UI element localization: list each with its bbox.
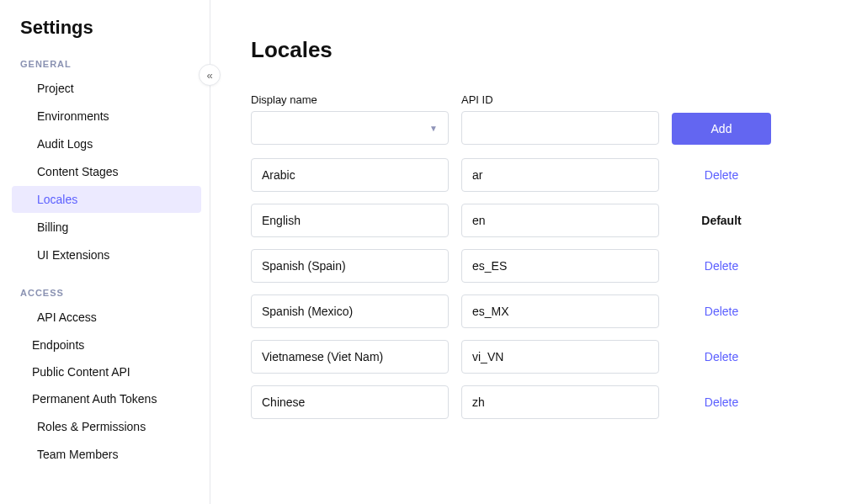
locale-name[interactable]: Arabic — [251, 158, 449, 192]
locale-name[interactable]: Spanish (Mexico) — [251, 294, 449, 328]
locale-name[interactable]: Chinese — [251, 385, 449, 419]
section-label-general: GENERAL — [0, 54, 210, 74]
delete-button[interactable]: Delete — [705, 168, 738, 182]
chevron-down-icon: ▼ — [429, 124, 438, 133]
sidebar-subitem-permanent-auth-tokens[interactable]: Permanent Auth Tokens — [0, 385, 210, 412]
collapse-sidebar-button[interactable]: « — [199, 64, 221, 86]
header-row: Display name ▼ API ID Add — [251, 93, 822, 145]
locale-name[interactable]: Spanish (Spain) — [251, 249, 449, 283]
sidebar-title: Settings — [0, 13, 210, 54]
api-id-label: API ID — [461, 93, 659, 106]
sidebar: Settings « GENERAL Project Environments … — [0, 0, 210, 504]
sidebar-item-team-members[interactable]: Team Members — [12, 441, 201, 468]
sidebar-item-content-stages[interactable]: Content Stages — [12, 158, 201, 185]
locale-row: EnglishenDefault — [251, 204, 822, 237]
locale-id[interactable]: ar — [461, 158, 659, 192]
locale-row: ArabicarDelete — [251, 158, 822, 192]
sidebar-item-api-access[interactable]: API Access — [12, 304, 201, 331]
locale-id[interactable]: zh — [461, 385, 659, 419]
sidebar-item-audit-logs[interactable]: Audit Logs — [12, 130, 201, 157]
locale-name[interactable]: Vietnamese (Viet Nam) — [251, 340, 449, 374]
sidebar-item-environments[interactable]: Environments — [12, 103, 201, 130]
sidebar-item-ui-extensions[interactable]: UI Extensions — [12, 241, 201, 268]
locale-id[interactable]: en — [461, 204, 659, 237]
locale-row: Vietnamese (Viet Nam)vi_VNDelete — [251, 340, 822, 374]
chevron-left-icon: « — [206, 69, 212, 82]
locale-id[interactable]: vi_VN — [461, 340, 659, 374]
delete-button[interactable]: Delete — [705, 395, 738, 409]
delete-button[interactable]: Delete — [705, 305, 738, 318]
display-name-select[interactable]: ▼ — [251, 111, 449, 145]
page-title: Locales — [251, 37, 822, 63]
delete-button[interactable]: Delete — [705, 350, 738, 363]
main-content: Locales Display name ▼ API ID Add Arabic… — [210, 0, 862, 504]
sidebar-item-locales[interactable]: Locales — [12, 186, 201, 213]
section-label-access: ACCESS — [0, 283, 210, 303]
locale-id[interactable]: es_MX — [461, 294, 659, 328]
locale-row: Spanish (Spain)es_ESDelete — [251, 249, 822, 283]
api-id-input[interactable] — [461, 111, 659, 145]
locale-name[interactable]: English — [251, 204, 449, 237]
default-label: Default — [701, 214, 741, 227]
sidebar-subitem-endpoints[interactable]: Endpoints — [0, 332, 210, 358]
display-name-label: Display name — [251, 93, 449, 106]
add-button[interactable]: Add — [672, 113, 771, 145]
sidebar-item-billing[interactable]: Billing — [12, 214, 201, 241]
sidebar-item-roles-permissions[interactable]: Roles & Permissions — [12, 413, 201, 440]
locale-id[interactable]: es_ES — [461, 249, 659, 283]
locale-row: ChinesezhDelete — [251, 385, 822, 419]
locale-row: Spanish (Mexico)es_MXDelete — [251, 294, 822, 328]
sidebar-item-project[interactable]: Project — [12, 75, 201, 102]
delete-button[interactable]: Delete — [705, 259, 738, 273]
sidebar-subitem-public-content-api[interactable]: Public Content API — [0, 358, 210, 385]
